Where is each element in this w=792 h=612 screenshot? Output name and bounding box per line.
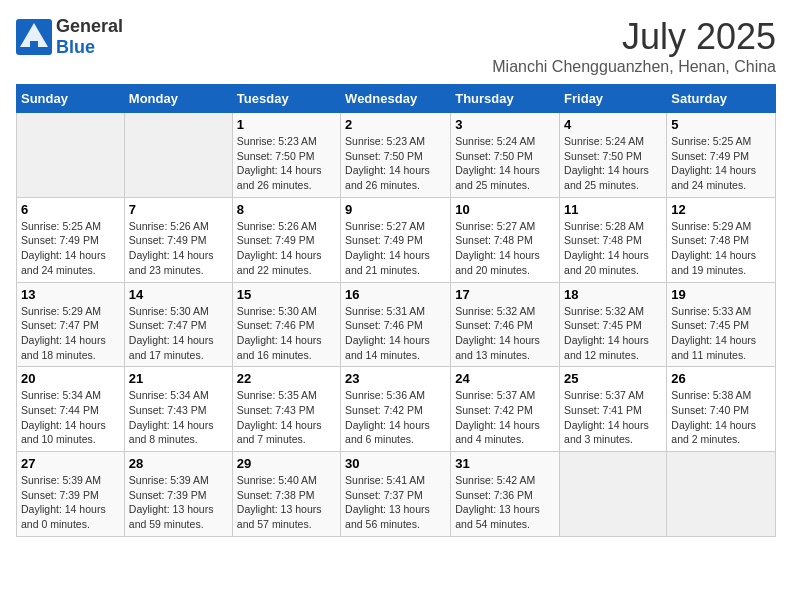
- day-info: Sunrise: 5:28 AM Sunset: 7:48 PM Dayligh…: [564, 219, 662, 278]
- logo-icon: [16, 19, 52, 55]
- day-number: 3: [455, 117, 555, 132]
- day-info: Sunrise: 5:32 AM Sunset: 7:46 PM Dayligh…: [455, 304, 555, 363]
- day-cell: 6Sunrise: 5:25 AM Sunset: 7:49 PM Daylig…: [17, 197, 125, 282]
- logo: General Blue: [16, 16, 123, 58]
- day-number: 15: [237, 287, 336, 302]
- column-header-friday: Friday: [560, 85, 667, 113]
- day-info: Sunrise: 5:35 AM Sunset: 7:43 PM Dayligh…: [237, 388, 336, 447]
- day-number: 19: [671, 287, 771, 302]
- day-info: Sunrise: 5:23 AM Sunset: 7:50 PM Dayligh…: [237, 134, 336, 193]
- day-number: 26: [671, 371, 771, 386]
- day-number: 5: [671, 117, 771, 132]
- day-cell: 31Sunrise: 5:42 AM Sunset: 7:36 PM Dayli…: [451, 452, 560, 537]
- column-header-sunday: Sunday: [17, 85, 125, 113]
- day-info: Sunrise: 5:34 AM Sunset: 7:43 PM Dayligh…: [129, 388, 228, 447]
- day-number: 11: [564, 202, 662, 217]
- day-cell: 23Sunrise: 5:36 AM Sunset: 7:42 PM Dayli…: [341, 367, 451, 452]
- month-year: July 2025: [492, 16, 776, 58]
- day-number: 23: [345, 371, 446, 386]
- day-info: Sunrise: 5:29 AM Sunset: 7:48 PM Dayligh…: [671, 219, 771, 278]
- page-header: General Blue July 2025 Mianchi Chengguan…: [16, 16, 776, 76]
- svg-rect-2: [30, 41, 38, 51]
- day-number: 9: [345, 202, 446, 217]
- day-number: 4: [564, 117, 662, 132]
- week-row-2: 6Sunrise: 5:25 AM Sunset: 7:49 PM Daylig…: [17, 197, 776, 282]
- day-number: 22: [237, 371, 336, 386]
- day-cell: 30Sunrise: 5:41 AM Sunset: 7:37 PM Dayli…: [341, 452, 451, 537]
- day-info: Sunrise: 5:36 AM Sunset: 7:42 PM Dayligh…: [345, 388, 446, 447]
- day-info: Sunrise: 5:39 AM Sunset: 7:39 PM Dayligh…: [21, 473, 120, 532]
- day-info: Sunrise: 5:26 AM Sunset: 7:49 PM Dayligh…: [237, 219, 336, 278]
- day-cell: 11Sunrise: 5:28 AM Sunset: 7:48 PM Dayli…: [560, 197, 667, 282]
- day-cell: 2Sunrise: 5:23 AM Sunset: 7:50 PM Daylig…: [341, 113, 451, 198]
- column-header-tuesday: Tuesday: [232, 85, 340, 113]
- day-cell: 24Sunrise: 5:37 AM Sunset: 7:42 PM Dayli…: [451, 367, 560, 452]
- day-cell: 27Sunrise: 5:39 AM Sunset: 7:39 PM Dayli…: [17, 452, 125, 537]
- day-number: 8: [237, 202, 336, 217]
- logo-blue: Blue: [56, 37, 95, 57]
- day-info: Sunrise: 5:25 AM Sunset: 7:49 PM Dayligh…: [671, 134, 771, 193]
- day-number: 16: [345, 287, 446, 302]
- day-number: 24: [455, 371, 555, 386]
- day-cell: 1Sunrise: 5:23 AM Sunset: 7:50 PM Daylig…: [232, 113, 340, 198]
- day-number: 25: [564, 371, 662, 386]
- day-info: Sunrise: 5:27 AM Sunset: 7:49 PM Dayligh…: [345, 219, 446, 278]
- day-number: 14: [129, 287, 228, 302]
- day-cell: 28Sunrise: 5:39 AM Sunset: 7:39 PM Dayli…: [124, 452, 232, 537]
- day-info: Sunrise: 5:23 AM Sunset: 7:50 PM Dayligh…: [345, 134, 446, 193]
- column-header-wednesday: Wednesday: [341, 85, 451, 113]
- day-cell: 19Sunrise: 5:33 AM Sunset: 7:45 PM Dayli…: [667, 282, 776, 367]
- day-info: Sunrise: 5:29 AM Sunset: 7:47 PM Dayligh…: [21, 304, 120, 363]
- day-number: 31: [455, 456, 555, 471]
- day-cell: 29Sunrise: 5:40 AM Sunset: 7:38 PM Dayli…: [232, 452, 340, 537]
- day-info: Sunrise: 5:31 AM Sunset: 7:46 PM Dayligh…: [345, 304, 446, 363]
- day-cell: 12Sunrise: 5:29 AM Sunset: 7:48 PM Dayli…: [667, 197, 776, 282]
- day-info: Sunrise: 5:39 AM Sunset: 7:39 PM Dayligh…: [129, 473, 228, 532]
- day-info: Sunrise: 5:37 AM Sunset: 7:41 PM Dayligh…: [564, 388, 662, 447]
- column-header-monday: Monday: [124, 85, 232, 113]
- day-cell: 3Sunrise: 5:24 AM Sunset: 7:50 PM Daylig…: [451, 113, 560, 198]
- day-cell: 25Sunrise: 5:37 AM Sunset: 7:41 PM Dayli…: [560, 367, 667, 452]
- day-cell: 21Sunrise: 5:34 AM Sunset: 7:43 PM Dayli…: [124, 367, 232, 452]
- day-cell: 20Sunrise: 5:34 AM Sunset: 7:44 PM Dayli…: [17, 367, 125, 452]
- day-number: 10: [455, 202, 555, 217]
- logo-general: General: [56, 16, 123, 36]
- day-cell: [667, 452, 776, 537]
- day-cell: 18Sunrise: 5:32 AM Sunset: 7:45 PM Dayli…: [560, 282, 667, 367]
- day-number: 29: [237, 456, 336, 471]
- day-number: 12: [671, 202, 771, 217]
- calendar-table: SundayMondayTuesdayWednesdayThursdayFrid…: [16, 84, 776, 537]
- day-cell: 8Sunrise: 5:26 AM Sunset: 7:49 PM Daylig…: [232, 197, 340, 282]
- day-info: Sunrise: 5:40 AM Sunset: 7:38 PM Dayligh…: [237, 473, 336, 532]
- column-header-thursday: Thursday: [451, 85, 560, 113]
- title-block: July 2025 Mianchi Chengguanzhen, Henan, …: [492, 16, 776, 76]
- day-number: 27: [21, 456, 120, 471]
- day-cell: 4Sunrise: 5:24 AM Sunset: 7:50 PM Daylig…: [560, 113, 667, 198]
- day-number: 13: [21, 287, 120, 302]
- day-number: 18: [564, 287, 662, 302]
- day-cell: [124, 113, 232, 198]
- day-cell: 15Sunrise: 5:30 AM Sunset: 7:46 PM Dayli…: [232, 282, 340, 367]
- day-info: Sunrise: 5:30 AM Sunset: 7:47 PM Dayligh…: [129, 304, 228, 363]
- day-cell: 14Sunrise: 5:30 AM Sunset: 7:47 PM Dayli…: [124, 282, 232, 367]
- day-number: 6: [21, 202, 120, 217]
- day-info: Sunrise: 5:30 AM Sunset: 7:46 PM Dayligh…: [237, 304, 336, 363]
- day-number: 28: [129, 456, 228, 471]
- day-info: Sunrise: 5:41 AM Sunset: 7:37 PM Dayligh…: [345, 473, 446, 532]
- day-cell: 22Sunrise: 5:35 AM Sunset: 7:43 PM Dayli…: [232, 367, 340, 452]
- day-info: Sunrise: 5:24 AM Sunset: 7:50 PM Dayligh…: [564, 134, 662, 193]
- day-cell: 10Sunrise: 5:27 AM Sunset: 7:48 PM Dayli…: [451, 197, 560, 282]
- day-cell: 26Sunrise: 5:38 AM Sunset: 7:40 PM Dayli…: [667, 367, 776, 452]
- week-row-4: 20Sunrise: 5:34 AM Sunset: 7:44 PM Dayli…: [17, 367, 776, 452]
- day-info: Sunrise: 5:34 AM Sunset: 7:44 PM Dayligh…: [21, 388, 120, 447]
- day-cell: [17, 113, 125, 198]
- column-header-saturday: Saturday: [667, 85, 776, 113]
- day-number: 7: [129, 202, 228, 217]
- day-number: 2: [345, 117, 446, 132]
- day-cell: 7Sunrise: 5:26 AM Sunset: 7:49 PM Daylig…: [124, 197, 232, 282]
- day-number: 20: [21, 371, 120, 386]
- day-info: Sunrise: 5:24 AM Sunset: 7:50 PM Dayligh…: [455, 134, 555, 193]
- day-number: 21: [129, 371, 228, 386]
- day-cell: 13Sunrise: 5:29 AM Sunset: 7:47 PM Dayli…: [17, 282, 125, 367]
- day-info: Sunrise: 5:42 AM Sunset: 7:36 PM Dayligh…: [455, 473, 555, 532]
